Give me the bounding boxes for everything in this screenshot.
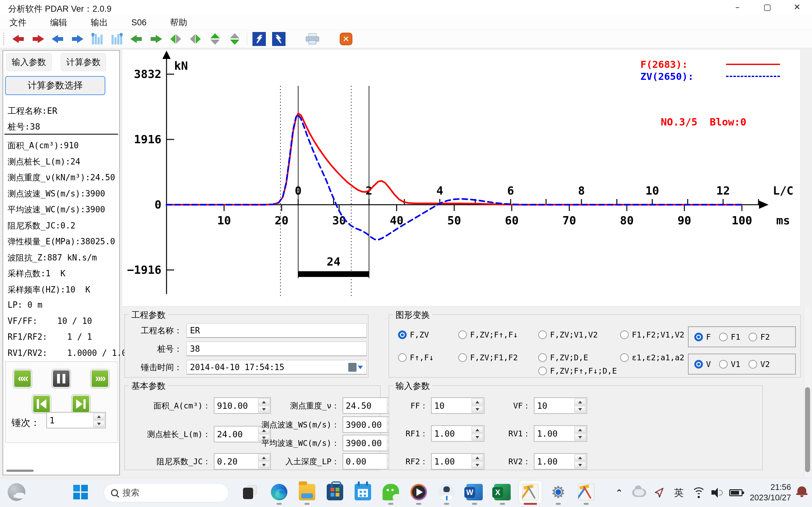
menu-s06[interactable]: S06 xyxy=(131,18,147,27)
onedrive-icon[interactable] xyxy=(630,484,648,502)
expand-up-icon[interactable] xyxy=(207,32,223,46)
radio-F1[interactable]: F1 xyxy=(719,332,740,342)
notification-bell-icon[interactable] xyxy=(796,486,808,497)
input-field-up[interactable] xyxy=(574,454,586,461)
radio-dot[interactable] xyxy=(398,353,407,362)
task-view-button[interactable] xyxy=(239,481,261,504)
basic-field-input[interactable] xyxy=(346,417,386,432)
calc-params-button[interactable]: 计算参数 xyxy=(61,53,106,71)
input-field-input[interactable] xyxy=(434,398,471,413)
taskbar-clock[interactable]: 21:56 2023/10/27 xyxy=(750,482,791,503)
radio-dot[interactable] xyxy=(620,353,629,362)
radio-dot[interactable] xyxy=(694,360,703,369)
input-field-down[interactable] xyxy=(574,406,586,412)
taskbar-app-settings[interactable]: ⚙ xyxy=(547,481,570,504)
minimize-button[interactable]: – xyxy=(722,0,752,15)
input-field-input[interactable] xyxy=(537,454,574,469)
vertical-scrollbar[interactable] xyxy=(804,307,811,478)
prev-blue-arrow-icon[interactable] xyxy=(50,32,65,46)
histogram-left-icon[interactable] xyxy=(90,32,105,46)
input-field-up[interactable] xyxy=(472,427,483,433)
search-input[interactable] xyxy=(122,488,211,498)
hammer-count-input[interactable] xyxy=(49,412,93,428)
input-field-input[interactable] xyxy=(537,426,574,441)
input-field-up[interactable] xyxy=(472,399,483,405)
project-field-input[interactable] xyxy=(187,323,367,338)
share-arrow-icon[interactable] xyxy=(652,484,667,502)
analyze-left-icon[interactable] xyxy=(252,32,267,46)
radio-dot[interactable] xyxy=(538,353,547,362)
step-back-green-icon[interactable] xyxy=(129,32,144,46)
radio-F,ZV;F↑,F↓[interactable]: F,ZV;F↑,F↓ xyxy=(458,330,518,339)
taskbar-app-media-player[interactable] xyxy=(407,481,430,504)
input-field-down[interactable] xyxy=(472,434,483,441)
taskbar-app-pdar[interactable] xyxy=(519,481,542,504)
basic-field-input[interactable] xyxy=(217,398,258,413)
project-field-input[interactable] xyxy=(187,342,367,356)
volume-icon[interactable] xyxy=(710,484,726,502)
basic-field-input[interactable] xyxy=(346,435,386,451)
basic-field-input[interactable] xyxy=(217,454,258,469)
menu-file[interactable]: 文件 xyxy=(9,17,27,28)
prev-red-arrow-icon[interactable] xyxy=(11,32,26,46)
radio-F,ZV;F↑,F↓;D,E[interactable]: F,ZV;F↑,F↓;D,E xyxy=(538,366,617,376)
last-blow-button[interactable] xyxy=(71,394,91,414)
next-red-arrow-icon[interactable] xyxy=(31,32,46,46)
input-field-input[interactable] xyxy=(434,454,471,469)
radio-dot[interactable] xyxy=(458,331,467,339)
weather-widget[interactable] xyxy=(5,481,28,504)
radio-dot[interactable] xyxy=(749,333,757,341)
basic-field-input[interactable] xyxy=(217,427,258,442)
radio-F2[interactable]: F2 xyxy=(749,332,770,342)
input-field-down[interactable] xyxy=(472,406,483,412)
hammer-time-input[interactable] xyxy=(187,360,367,375)
first-blow-button[interactable] xyxy=(32,394,51,414)
print-icon[interactable] xyxy=(305,32,320,46)
calc-param-select-button[interactable]: 计算参数选择 xyxy=(5,76,105,95)
input-field-up[interactable] xyxy=(574,399,586,405)
taskbar-app-file-explorer[interactable] xyxy=(296,481,318,504)
expand-left-icon[interactable] xyxy=(168,32,183,46)
input-field-down[interactable] xyxy=(472,462,483,468)
calendar-dropdown-icon[interactable] xyxy=(348,362,365,372)
radio-dot[interactable] xyxy=(719,333,728,341)
expand-right-icon[interactable] xyxy=(188,32,203,46)
menu-help[interactable]: 帮助 xyxy=(170,17,187,28)
input-field-input[interactable] xyxy=(434,426,471,441)
radio-dot[interactable] xyxy=(694,333,703,341)
radio-dot[interactable] xyxy=(398,331,407,339)
radio-V2[interactable]: V2 xyxy=(749,360,770,369)
radio-dot[interactable] xyxy=(538,331,547,339)
menu-output[interactable]: 输出 xyxy=(91,17,108,28)
radio-F,ZV;D,E[interactable]: F,ZV;D,E xyxy=(538,353,588,362)
maximize-button[interactable]: ▢ xyxy=(752,0,782,15)
close-button[interactable]: ✕ xyxy=(782,0,812,15)
hammer-count-down[interactable] xyxy=(93,420,105,427)
taskbar-app-store[interactable] xyxy=(323,481,346,504)
hammer-count-up[interactable] xyxy=(93,413,105,420)
tray-chevron-up-icon[interactable]: ⌃ xyxy=(612,484,626,502)
radio-dot[interactable] xyxy=(538,367,547,375)
radio-V[interactable]: V xyxy=(694,360,711,369)
wifi-icon[interactable] xyxy=(690,484,707,502)
radio-F,ZV;F1,F2[interactable]: F,ZV;F1,F2 xyxy=(458,353,518,362)
taskbar-app-calendar[interactable] xyxy=(351,481,374,504)
basic-field-input[interactable] xyxy=(346,454,386,469)
step-forward-green-icon[interactable] xyxy=(148,32,164,46)
taskbar-app-word[interactable]: W xyxy=(463,481,486,504)
taskbar-app-edge[interactable] xyxy=(268,481,291,504)
next-blue-arrow-icon[interactable] xyxy=(70,32,85,46)
radio-F↑,F↓[interactable]: F↑,F↓ xyxy=(398,353,434,362)
sidebar-horizontal-scrollbar[interactable] xyxy=(6,469,34,472)
radio-dot[interactable] xyxy=(458,353,467,362)
taskbar-app-contact[interactable] xyxy=(435,481,458,504)
radio-dot[interactable] xyxy=(719,360,728,369)
radio-F1,F2;V1,V2[interactable]: F1,F2;V1,V2 xyxy=(620,330,684,339)
input-field-down[interactable] xyxy=(574,434,586,441)
analyze-right-icon[interactable] xyxy=(271,32,287,46)
taskbar-app-wechat[interactable] xyxy=(379,481,402,504)
menu-edit[interactable]: 编辑 xyxy=(50,17,67,28)
input-params-button[interactable]: 输入参数 xyxy=(6,53,51,71)
radio-dot[interactable] xyxy=(620,331,629,339)
fast-backward-button[interactable]: «« xyxy=(13,369,32,389)
